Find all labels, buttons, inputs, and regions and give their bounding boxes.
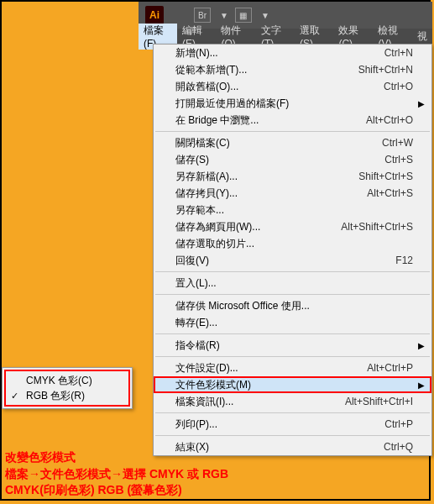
- menu-item[interactable]: 儲存拷貝(Y)...Alt+Ctrl+S: [154, 185, 431, 202]
- menu-item[interactable]: 在 Bridge 中瀏覽...Alt+Ctrl+O: [154, 112, 431, 129]
- menu-item[interactable]: 關閉檔案(C)Ctrl+W: [154, 134, 431, 151]
- menu-item-label: 在 Bridge 中瀏覽...: [175, 113, 366, 128]
- menu-item[interactable]: 開啟舊檔(O)...Ctrl+O: [154, 78, 431, 95]
- menu-item[interactable]: 檔案資訊(I)...Alt+Shift+Ctrl+I: [154, 393, 431, 410]
- menu-item-label: 另存新檔(A)...: [175, 170, 358, 184]
- ai-logo-icon: Ai: [145, 6, 164, 24]
- menu-item-shortcut: Ctrl+Q: [384, 441, 413, 453]
- menu-item[interactable]: 文件色彩模式(M)▶: [154, 376, 431, 393]
- menu-item-label: 儲存為網頁用(W)...: [175, 220, 341, 234]
- menu-item-shortcut: Ctrl+O: [384, 81, 413, 92]
- menu-item-label: 儲存拷貝(Y)...: [175, 186, 367, 201]
- menu-item-shortcut: Alt+Shift+Ctrl+S: [341, 221, 413, 233]
- menu-item-label: 開啟舊檔(O)...: [175, 80, 384, 94]
- menu-item[interactable]: 指令檔(R)▶: [154, 337, 431, 354]
- menu-item-label: 列印(P)...: [175, 417, 384, 432]
- annotation-caption: 改變色彩模式 檔案→文件色彩模式→選擇 CMYK 或 RGB CMYK(印刷色彩…: [5, 449, 228, 499]
- menubar-window[interactable]: 視: [412, 29, 432, 44]
- menu-item[interactable]: 儲存選取的切片...: [154, 235, 431, 252]
- layout-icon[interactable]: ▦: [235, 8, 252, 23]
- menu-item[interactable]: 回復(V)F12: [154, 252, 431, 269]
- menu-item-shortcut: F12: [395, 255, 413, 266]
- chevron-down-icon[interactable]: ▼: [220, 11, 228, 20]
- submenu-arrow-icon: ▶: [418, 381, 425, 390]
- menu-item-label: 打開最近使用過的檔案(F): [175, 97, 413, 111]
- menu-item[interactable]: 新增(N)...Ctrl+N: [154, 45, 431, 61]
- menu-item-shortcut: Ctrl+N: [384, 47, 413, 59]
- menu-item[interactable]: 從範本新增(T)...Shift+Ctrl+N: [154, 61, 431, 78]
- menu-item-label: 置入(L)...: [175, 276, 413, 291]
- menu-item-shortcut: Alt+Ctrl+S: [367, 187, 413, 199]
- menu-item-label: 文件色彩模式(M): [175, 378, 413, 392]
- menu-item[interactable]: 轉存(E)...: [154, 314, 431, 331]
- menu-item-shortcut: Ctrl+S: [384, 154, 413, 165]
- submenu-label: CMYK 色彩(C): [26, 374, 92, 388]
- menu-item-label: 從範本新增(T)...: [175, 63, 358, 77]
- menu-item-label: 轉存(E)...: [175, 316, 413, 330]
- color-mode-submenu: CMYK 色彩(C) ✓ RGB 色彩(R): [2, 367, 133, 409]
- menu-item[interactable]: 儲存供 Microsoft Office 使用...: [154, 297, 431, 314]
- bridge-icon[interactable]: Br: [194, 8, 211, 23]
- menu-item-shortcut: Alt+Shift+Ctrl+I: [345, 396, 413, 407]
- menu-item-label: 儲存(S): [175, 153, 384, 167]
- menu-item-shortcut: Alt+Ctrl+O: [366, 114, 413, 126]
- menu-item-shortcut: Alt+Ctrl+P: [367, 362, 413, 374]
- submenu-cmyk[interactable]: CMYK 色彩(C): [8, 373, 127, 388]
- file-dropdown-menu: 新增(N)...Ctrl+N從範本新增(T)...Shift+Ctrl+N開啟舊…: [153, 44, 432, 456]
- menu-item-label: 文件設定(D)...: [175, 361, 367, 375]
- menu-item[interactable]: 儲存為網頁用(W)...Alt+Shift+Ctrl+S: [154, 218, 431, 235]
- menu-item[interactable]: 打開最近使用過的檔案(F)▶: [154, 95, 431, 112]
- menu-item-label: 另存範本...: [175, 203, 413, 218]
- menu-item[interactable]: 置入(L)...: [154, 275, 431, 291]
- chevron-down-icon[interactable]: ▼: [261, 11, 269, 20]
- menu-item[interactable]: 另存範本...: [154, 202, 431, 218]
- submenu-rgb[interactable]: ✓ RGB 色彩(R): [8, 388, 127, 403]
- menu-item-shortcut: Ctrl+W: [382, 137, 413, 149]
- menu-item-label: 指令檔(R): [175, 339, 413, 353]
- submenu-arrow-icon: ▶: [418, 341, 425, 350]
- menu-item[interactable]: 另存新檔(A)...Shift+Ctrl+S: [154, 168, 431, 185]
- menu-item-shortcut: Shift+Ctrl+S: [358, 171, 413, 182]
- menu-item-label: 新增(N)...: [175, 46, 384, 60]
- check-icon: ✓: [11, 391, 18, 402]
- menu-item[interactable]: 文件設定(D)...Alt+Ctrl+P: [154, 360, 431, 376]
- menu-item[interactable]: 儲存(S)Ctrl+S: [154, 151, 431, 168]
- menu-item-label: 回復(V): [175, 254, 395, 268]
- menubar: 檔案(F) 編輯(E) 物件(O) 文字(T) 選取(S) 效果(C) 檢視(V…: [139, 29, 432, 44]
- menu-item-label: 儲存選取的切片...: [175, 237, 413, 251]
- menu-item-label: 關閉檔案(C): [175, 136, 382, 150]
- menu-item-shortcut: Shift+Ctrl+N: [358, 64, 413, 76]
- menu-item-label: 儲存供 Microsoft Office 使用...: [175, 299, 413, 313]
- menu-item-shortcut: Ctrl+P: [384, 418, 413, 430]
- menu-item[interactable]: 列印(P)...Ctrl+P: [154, 416, 431, 433]
- submenu-arrow-icon: ▶: [418, 99, 425, 108]
- submenu-label: RGB 色彩(R): [26, 389, 85, 403]
- menu-item-label: 檔案資訊(I)...: [175, 395, 345, 409]
